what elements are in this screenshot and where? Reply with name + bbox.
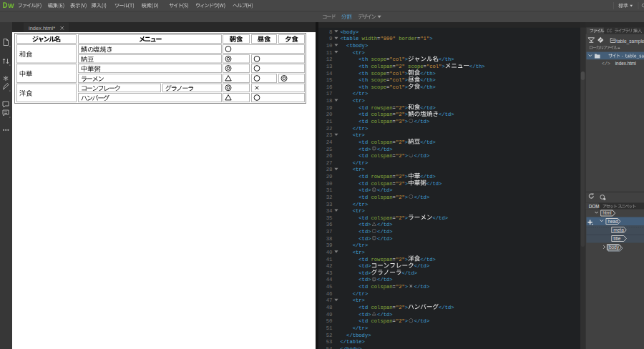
- svg-text:53: 53: [326, 339, 333, 345]
- svg-text:>: >: [405, 215, 409, 221]
- svg-text:width: width: [362, 36, 377, 41]
- svg-text:</td>: </td>: [377, 312, 393, 318]
- svg-text:</tr>: </tr>: [353, 126, 369, 132]
- svg-text:"2": "2": [396, 305, 405, 310]
- svg-text:"2": "2": [396, 105, 405, 111]
- svg-text:"col": "col": [389, 71, 405, 77]
- svg-text:<tr>: <tr>: [353, 298, 366, 303]
- svg-text:<td: <td: [358, 147, 368, 152]
- svg-text:"col": "col": [389, 84, 405, 90]
- svg-text:>: >: [441, 64, 445, 69]
- svg-text:colspan: colspan: [371, 318, 393, 324]
- svg-text:34: 34: [326, 208, 333, 214]
- svg-text:<td: <td: [358, 312, 368, 318]
- svg-text:scope: scope: [371, 71, 387, 77]
- svg-text:</td>: </td>: [414, 284, 430, 290]
- svg-text:"2": "2": [396, 257, 405, 262]
- svg-text:11: 11: [326, 50, 333, 56]
- svg-text:28: 28: [326, 167, 333, 172]
- svg-text:24: 24: [326, 139, 333, 145]
- svg-text:>: >: [405, 71, 409, 77]
- svg-text:>: >: [405, 105, 409, 111]
- svg-text:"col": "col": [389, 77, 405, 83]
- svg-text:>: >: [429, 36, 433, 41]
- svg-text:50: 50: [326, 318, 333, 324]
- svg-text:52: 52: [326, 333, 333, 338]
- svg-text:"800": "800": [380, 36, 396, 41]
- svg-text:</>: </>: [602, 62, 610, 67]
- svg-text:>: >: [405, 195, 409, 200]
- svg-text:<tr>: <tr>: [353, 132, 366, 138]
- svg-text:scope: scope: [408, 64, 424, 69]
- svg-text:41: 41: [326, 257, 333, 262]
- svg-text:49: 49: [326, 312, 333, 318]
- svg-text:>: >: [405, 77, 409, 83]
- svg-text:>: >: [368, 187, 371, 193]
- svg-text:border: border: [399, 36, 417, 41]
- svg-text:17: 17: [326, 91, 333, 97]
- svg-text:"2": "2": [396, 139, 405, 145]
- svg-text:"2": "2": [396, 181, 405, 187]
- svg-text:body: body: [609, 245, 620, 250]
- svg-text:colspan: colspan: [371, 284, 393, 290]
- svg-text:22: 22: [326, 126, 333, 132]
- svg-text:rowspan: rowspan: [371, 105, 393, 111]
- svg-text:meta: meta: [613, 227, 624, 232]
- svg-text:colspan: colspan: [371, 139, 393, 145]
- svg-text:</td>: </td>: [420, 139, 436, 145]
- svg-text:<td: <td: [358, 112, 368, 117]
- svg-text:</td>: </td>: [439, 305, 454, 310]
- svg-text:<td: <td: [358, 229, 368, 235]
- svg-text:<tr>: <tr>: [353, 50, 366, 56]
- svg-text:<table: <table: [341, 36, 359, 41]
- svg-text:<th: <th: [358, 64, 368, 69]
- svg-text:33: 33: [326, 202, 333, 207]
- svg-text:</td>: </td>: [414, 195, 430, 200]
- svg-text:"col": "col": [426, 64, 442, 69]
- svg-text:>: >: [405, 139, 409, 145]
- svg-text:</td>: </td>: [377, 187, 393, 193]
- svg-text:</body>: </body>: [341, 346, 363, 349]
- svg-text:<td: <td: [358, 174, 368, 180]
- svg-text:23: 23: [326, 132, 333, 138]
- svg-text:>: >: [405, 56, 409, 62]
- svg-text:>: >: [405, 119, 409, 124]
- svg-text:"3": "3": [396, 119, 405, 124]
- svg-text:colspan: colspan: [371, 215, 393, 221]
- svg-text:</tr>: </tr>: [353, 325, 369, 331]
- svg-text:27: 27: [326, 160, 333, 166]
- svg-text:<th: <th: [358, 56, 368, 62]
- svg-text:<td: <td: [358, 270, 368, 276]
- svg-text:>: >: [405, 174, 409, 180]
- svg-text:9: 9: [329, 36, 332, 41]
- svg-text:>: >: [405, 84, 409, 90]
- svg-text:<th: <th: [358, 77, 368, 83]
- svg-text:</td>: </td>: [414, 119, 430, 124]
- svg-text:index.html: index.html: [615, 61, 636, 66]
- svg-text:</th>: </th>: [420, 71, 436, 77]
- svg-text:"1": "1": [420, 36, 429, 41]
- svg-text:<td: <td: [358, 305, 368, 310]
- svg-text:20: 20: [326, 112, 333, 117]
- svg-text:</tr>: </tr>: [353, 291, 369, 297]
- svg-text:rowspan: rowspan: [371, 257, 393, 262]
- svg-text:"2": "2": [396, 215, 405, 221]
- svg-text:colspan: colspan: [371, 181, 393, 187]
- svg-text:15: 15: [326, 77, 333, 83]
- svg-text:<tr>: <tr>: [353, 208, 366, 214]
- svg-text:</th>: </th>: [420, 77, 436, 83]
- svg-text:"2": "2": [396, 112, 405, 117]
- svg-text:"2": "2": [396, 174, 405, 180]
- svg-text:54: 54: [326, 346, 333, 349]
- svg-text:<td: <td: [358, 222, 368, 227]
- svg-text:colspan: colspan: [371, 119, 393, 124]
- svg-text:21: 21: [326, 119, 333, 124]
- svg-text:</tbody>: </tbody>: [346, 333, 371, 338]
- svg-text:32: 32: [326, 195, 333, 200]
- svg-text:>: >: [368, 147, 371, 152]
- svg-text:<td: <td: [358, 187, 368, 193]
- svg-text:<td: <td: [358, 257, 368, 262]
- svg-text:<td: <td: [358, 215, 368, 221]
- svg-text:<tr>: <tr>: [353, 250, 366, 255]
- svg-text:>: >: [368, 312, 371, 318]
